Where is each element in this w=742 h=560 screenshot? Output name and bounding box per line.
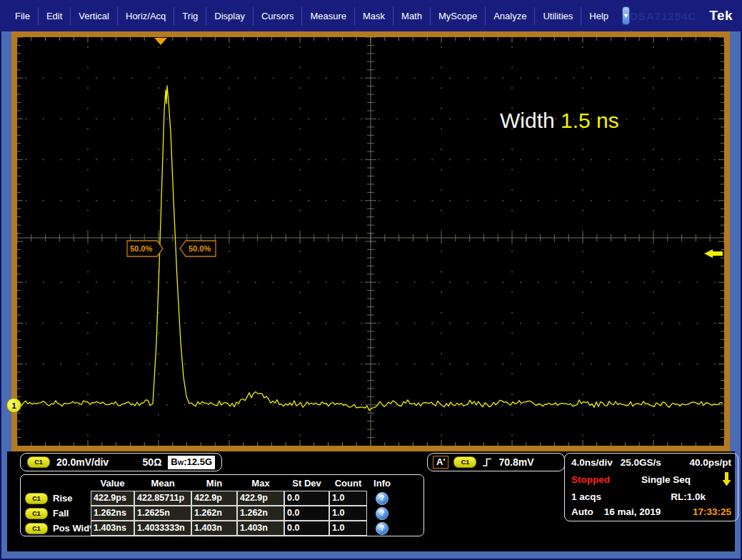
meas-name: Rise [53,493,72,504]
menu-item-display[interactable]: Display [206,7,253,25]
meas-header-info: Info [367,476,397,491]
sample-rate: 25.0GS/s [621,457,661,468]
menu-item-cursors[interactable]: Cursors [253,7,302,25]
menu-bar-items: FileEditVerticalHoriz/AcqTrigDisplayCurs… [7,0,616,31]
readout-panel: C1 20.0mV/div 50Ω BW:12.5G ValueMeanMinM… [7,451,735,551]
menu-item-vertical[interactable]: Vertical [70,7,117,25]
meas-info-cell: ? [367,491,397,506]
meas-count-cell: 1.0 [329,491,367,506]
trigger-channel-badge: C1 [453,456,476,468]
meas-stdev-cell: 0.0 [284,491,329,506]
chevron-down-icon: ▼ [623,12,629,19]
meas-max-cell: 1.403n [237,521,284,536]
meas-mean-cell: 422.85711p [134,491,191,506]
fall-50-percent-marker-label: 50.0% [189,244,211,253]
date: 16 mai, 2019 [604,506,661,517]
meas-name: Fall [53,508,69,519]
width-annotation-label: Width [500,109,561,132]
meas-min-cell: 422.9p [191,491,237,506]
meas-header-min: Min [191,476,237,491]
acq-mode: Single Seq [610,474,722,485]
trigger-level: 70.8mV [498,456,533,468]
bw-main: B [171,456,177,468]
meas-mean-cell: 1.4033333n [134,521,191,536]
menu-item-mask[interactable]: Mask [354,7,393,25]
meas-value-cell: 1.262ns [91,506,134,521]
info-icon[interactable]: ? [376,507,388,520]
menu-item-edit[interactable]: Edit [38,7,70,25]
meas-channel-badge: C1 [25,523,48,534]
acq-row-count: 1 acqs RL:1.0k [571,491,731,502]
menu-item-file[interactable]: File [7,7,38,25]
meas-row-label-2: C1Pos Wid* [23,521,91,536]
meas-info-cell: ? [367,521,397,536]
channel-readout: C1 20.0mV/div 50Ω BW:12.5G [20,453,222,471]
meas-header-value: Value [91,476,134,491]
meas-value-cell: 422.9ps [91,491,134,506]
bw-value: :12.5G [184,456,212,468]
info-icon[interactable]: ? [376,492,388,505]
meas-min-cell: 1.262n [191,506,237,521]
acquisition-readout: 4.0ns/div 25.0GS/s 40.0ps/pt Stopped Sin… [564,453,738,521]
meas-name: Pos Wid* [53,523,93,534]
meas-value-cell: 1.403ns [91,521,134,536]
model-watermark: DSA71254C [630,10,696,22]
menu-item-utilities[interactable]: Utilities [534,7,581,25]
meas-row-label-0: C1Rise [23,491,91,506]
menu-item-help[interactable]: Help [581,7,616,25]
meas-header-spacer [23,476,91,491]
channel1-position-marker[interactable]: 1 [6,398,21,413]
meas-stdev-cell: 0.0 [284,506,329,521]
resolution: 40.0ps/pt [689,457,731,468]
meas-header-mean: Mean [134,476,191,491]
channel-badge[interactable]: C1 [27,456,50,468]
measurement-table: ValueMeanMinMaxSt DevCountInfoC1Rise422.… [20,474,424,536]
meas-max-cell: 422.9p [237,491,284,506]
timebase: 4.0ns/div [571,457,613,468]
menu-overflow-button[interactable]: ▼ [622,6,630,25]
rise-50-percent-marker-label: 50.0% [130,244,152,253]
bandwidth-readout: BW:12.5G [168,456,215,469]
graticule-frame: 50.0%50.0% 1 Width 1.5 ns [11,31,730,451]
meas-stdev-cell: 0.0 [284,521,329,536]
waveform-display: 50.0%50.0% [17,37,724,446]
meas-mean-cell: 1.2625n [134,506,191,521]
acq-row-datetime: Auto 16 mai, 2019 17:33:25 [571,506,731,517]
menu-item-math[interactable]: Math [393,7,430,25]
meas-header-max: Max [237,476,284,491]
meas-channel-badge: C1 [25,508,48,519]
menu-item-analyze[interactable]: Analyze [485,7,534,25]
acq-state: Stopped [571,474,610,485]
acq-row-state: Stopped Single Seq [571,472,731,486]
input-impedance: 50Ω [143,456,162,468]
width-annotation: Width 1.5 ns [500,109,619,133]
menu-bar: FileEditVerticalHoriz/AcqTrigDisplayCurs… [0,0,742,31]
time: 17:33:25 [693,506,731,517]
bw-sub: W [178,457,184,469]
acq-arrow-icon [722,472,731,486]
meas-min-cell: 1.403n [191,521,237,536]
meas-count-cell: 1.0 [329,506,367,521]
acq-count: 1 acqs [571,491,601,502]
meas-max-cell: 1.262n [237,506,284,521]
vertical-scale: 20.0mV/div [56,456,109,468]
menu-item-trig[interactable]: Trig [174,7,206,25]
meas-row-label-1: C1Fall [23,506,91,521]
width-annotation-value: 1.5 ns [561,109,619,132]
record-length: RL:1.0k [671,491,706,502]
trigger-readout: A' C1 70.8mV [427,453,565,471]
menu-item-horiz-acq[interactable]: Horiz/Acq [117,7,174,25]
rising-edge-icon [481,456,493,468]
meas-header-st-dev: St Dev [284,476,329,491]
meas-count-cell: 1.0 [329,521,367,536]
trigger-source-label: A' [433,456,448,469]
meas-header-count: Count [329,476,367,491]
menu-item-myscope[interactable]: MyScope [430,7,485,25]
tek-logo: Tek [709,8,733,24]
trigger-mode: Auto [571,506,593,517]
info-icon[interactable]: ? [376,522,388,535]
acq-row-timebase: 4.0ns/div 25.0GS/s 40.0ps/pt [571,457,731,468]
menu-item-measure[interactable]: Measure [301,7,354,25]
meas-info-cell: ? [367,506,397,521]
oscilloscope-window: { "window": { "menu": ["File","Edit","Ve… [0,0,742,560]
